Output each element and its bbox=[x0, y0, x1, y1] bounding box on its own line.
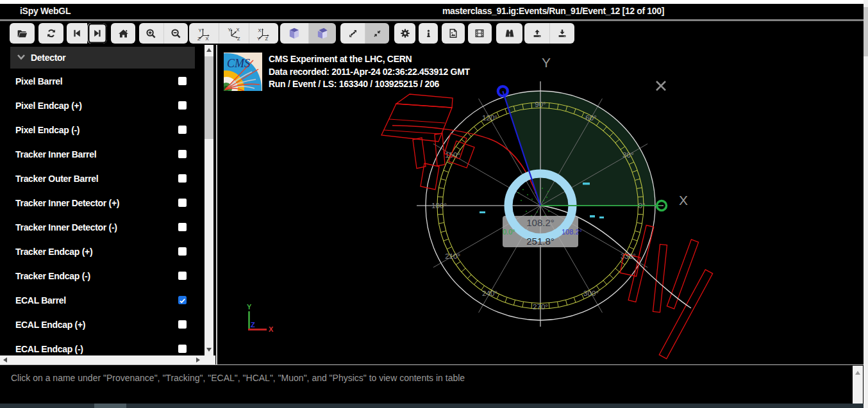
svg-text:270°: 270° bbox=[533, 303, 548, 311]
svg-text:120°: 120° bbox=[482, 114, 497, 122]
svg-text:X: X bbox=[269, 325, 274, 333]
svg-text:Z: Z bbox=[265, 36, 269, 41]
svg-text:Y: Y bbox=[257, 36, 260, 41]
svg-text:X: X bbox=[258, 28, 262, 33]
svg-text:Y: Y bbox=[199, 28, 202, 33]
svg-text:0.0°: 0.0° bbox=[503, 228, 515, 236]
svg-text:300°: 300° bbox=[583, 290, 599, 297]
svg-text:X: X bbox=[679, 193, 688, 208]
svg-text:Z: Z bbox=[237, 36, 240, 40]
svg-text:Y: Y bbox=[228, 27, 231, 33]
svg-text:108.2°: 108.2° bbox=[526, 217, 555, 228]
svg-text:90°: 90° bbox=[535, 101, 546, 108]
svg-text:210°: 210° bbox=[445, 252, 460, 260]
svg-text:60°: 60° bbox=[585, 114, 596, 122]
svg-text:180°: 180° bbox=[431, 202, 447, 209]
svg-text:240°: 240° bbox=[482, 290, 497, 297]
svg-text:X: X bbox=[206, 36, 209, 41]
svg-text:Y: Y bbox=[542, 55, 551, 70]
svg-text:Z: Z bbox=[251, 321, 255, 329]
svg-text:251.8°: 251.8° bbox=[526, 236, 555, 247]
svg-text:Z: Z bbox=[197, 36, 201, 41]
svg-text:108.2°: 108.2° bbox=[562, 228, 582, 236]
svg-text:X: X bbox=[236, 27, 239, 33]
svg-text:30°: 30° bbox=[622, 151, 633, 159]
svg-text:Y: Y bbox=[247, 303, 252, 311]
